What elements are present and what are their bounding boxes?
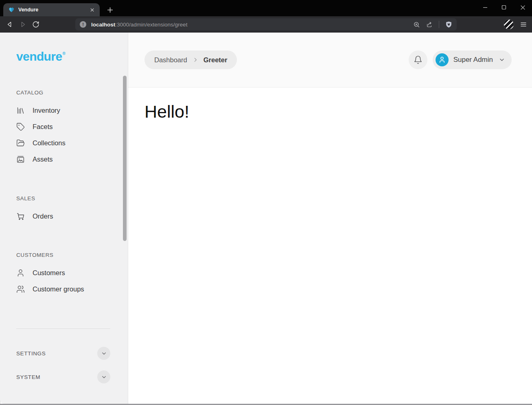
breadcrumb: Dashboard Greeter (144, 50, 237, 69)
forward-icon[interactable] (17, 18, 29, 31)
main-content: Hello! (128, 88, 532, 404)
sidebar: vendure® CATALOG Inventory Facets (0, 33, 128, 404)
site-info-icon[interactable]: ! (80, 21, 86, 28)
sidebar-section-settings[interactable]: SETTINGS (16, 347, 110, 360)
header-actions: Super Admin (409, 50, 512, 69)
tab-title: Vendure (18, 7, 88, 13)
sidebar-item-collections[interactable]: Collections (16, 135, 128, 151)
address-bar[interactable]: ! localhost:3000/admin/extensions/greet (75, 18, 457, 31)
url-path: :3000/admin/extensions/greet (115, 22, 187, 28)
reload-icon[interactable] (30, 18, 42, 31)
content-area: Dashboard Greeter Super Admin (128, 33, 532, 404)
section-label: CATALOG (16, 90, 128, 96)
shopping-cart-icon (16, 212, 25, 221)
page-title: Hello! (144, 103, 532, 121)
folder-open-icon (16, 139, 25, 147)
browser-actions (504, 18, 527, 31)
tab-strip: Vendure (0, 0, 532, 16)
chevron-right-icon (193, 57, 198, 63)
vendure-admin-page: vendure® CATALOG Inventory Facets (0, 33, 532, 404)
sidebar-scrollbar[interactable] (123, 76, 127, 241)
sidebar-collapsed-sections: SETTINGS SYSTEM (16, 328, 110, 383)
sidebar-section-system[interactable]: SYSTEM (16, 370, 110, 383)
sidebar-item-customer-groups[interactable]: Customer groups (16, 281, 128, 297)
content-header: Dashboard Greeter Super Admin (128, 33, 532, 88)
sidebar-item-label: Facets (33, 123, 53, 131)
sidebar-nav: CATALOG Inventory Facets (0, 90, 128, 297)
close-icon[interactable] (513, 0, 532, 15)
sidebar-item-label: Customers (33, 269, 65, 277)
sidebar-item-customers[interactable]: Customers (16, 265, 128, 281)
window-controls (476, 0, 532, 15)
new-tab-button[interactable] (104, 4, 116, 15)
section-label: CUSTOMERS (16, 252, 128, 258)
sidebar-item-assets[interactable]: Assets (16, 151, 128, 167)
address-bar-actions (413, 21, 453, 28)
user-avatar-icon (436, 53, 449, 66)
images-icon (16, 155, 25, 164)
user-name: Super Admin (453, 56, 493, 64)
sidebar-item-label: Customer groups (33, 285, 84, 293)
sidebar-item-orders[interactable]: Orders (16, 208, 128, 224)
sidebar-item-facets[interactable]: Facets (16, 118, 128, 135)
sidebar-item-inventory[interactable]: Inventory (16, 102, 128, 118)
url-host: localhost (91, 22, 115, 28)
sidebar-item-label: Assets (33, 155, 53, 163)
browser-toolbar: ! localhost:3000/admin/extensions/greet (0, 16, 532, 33)
section-label: SETTINGS (16, 350, 46, 357)
library-icon (16, 106, 25, 115)
user-menu[interactable]: Super Admin (433, 50, 512, 69)
nav-section-customers: CUSTOMERS Customers Customer groups (16, 252, 128, 297)
share-icon[interactable] (426, 21, 433, 28)
browser-chrome: Vendure (0, 0, 532, 33)
menu-icon[interactable] (520, 21, 527, 28)
tab-close-icon[interactable] (88, 6, 96, 13)
nav-section-sales: SALES Orders (16, 195, 128, 224)
nav-section-catalog: CATALOG Inventory Facets (16, 90, 128, 167)
registered-trademark: ® (63, 51, 66, 56)
notification-bell-icon[interactable] (409, 50, 427, 69)
back-icon[interactable] (4, 18, 16, 31)
breadcrumb-current: Greeter (204, 56, 228, 64)
section-label: SYSTEM (16, 374, 40, 380)
minimize-icon[interactable] (476, 0, 495, 15)
maximize-icon[interactable] (495, 0, 513, 15)
users-icon (16, 285, 25, 293)
section-label: SALES (16, 195, 128, 201)
browser-tab[interactable]: Vendure (3, 3, 100, 16)
sidebar-item-label: Orders (33, 212, 53, 220)
brave-shield-icon[interactable] (445, 21, 453, 28)
divider (439, 21, 439, 28)
divider (16, 328, 110, 329)
user-icon (16, 269, 25, 277)
chevron-down-icon (499, 57, 505, 63)
sidebar-item-label: Inventory (33, 107, 60, 114)
tag-icon (16, 123, 25, 131)
breadcrumb-dashboard-link[interactable]: Dashboard (154, 56, 187, 64)
chevron-down-icon[interactable] (97, 370, 110, 383)
chevron-down-icon[interactable] (97, 347, 110, 360)
vendure-logo[interactable]: vendure® (0, 33, 65, 64)
zoom-in-icon[interactable] (413, 21, 420, 28)
url-text: localhost:3000/admin/extensions/greet (91, 22, 413, 28)
vendure-favicon-icon (8, 7, 15, 13)
profile-icon[interactable] (504, 19, 514, 30)
sidebar-item-label: Collections (33, 139, 66, 147)
